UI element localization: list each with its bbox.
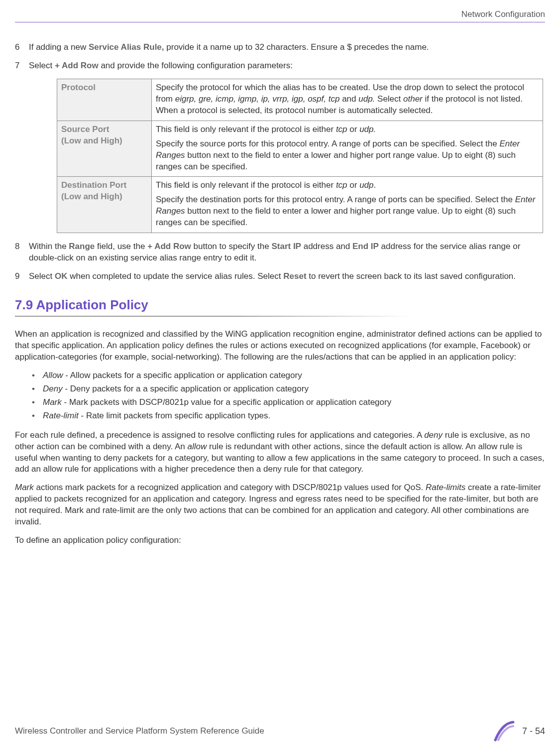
table-row: Source Port (Low and High) This field is… xyxy=(57,121,543,177)
text: field, use the xyxy=(95,242,147,251)
text: Specify the destination ports for this p… xyxy=(156,195,515,204)
text: Select xyxy=(375,94,403,104)
step-number: 7 xyxy=(15,60,29,72)
italic: udp. xyxy=(359,125,376,134)
paragraph: For each rule defined, a precedence is a… xyxy=(15,430,545,476)
param-desc: Specify the protocol for which the alias… xyxy=(152,79,543,121)
header-section-name: Network Configuration xyxy=(461,9,545,20)
text: If adding a new xyxy=(29,42,89,52)
header-divider xyxy=(15,22,545,22)
list-item: Deny - Deny packets for a a specific app… xyxy=(32,383,545,395)
text: when completed to update the service ali… xyxy=(67,271,283,281)
footer-guide-title: Wireless Controller and Service Platform… xyxy=(15,726,264,737)
text: button to specify the xyxy=(191,242,272,251)
table-row: Destination Port (Low and High) This fie… xyxy=(57,177,543,233)
text: - Mark packets with DSCP/8021p value for… xyxy=(62,397,391,407)
text: - Allow packets for a specific applicati… xyxy=(63,371,302,380)
step-number: 9 xyxy=(15,271,29,282)
text: and xyxy=(339,94,358,104)
italic: udp. xyxy=(358,94,375,104)
section-underline xyxy=(15,316,413,317)
text: - Rate limit packets from specific appli… xyxy=(79,411,270,420)
page-content: 6 If adding a new Service Alias Rule, pr… xyxy=(15,42,545,546)
param-desc: This field is only relevant if the proto… xyxy=(152,121,543,177)
desc-para: Specify the source ports for this protoc… xyxy=(156,138,539,173)
step-text: Select + Add Row and provide the followi… xyxy=(29,60,545,72)
footer-right: 7 - 54 xyxy=(493,720,545,742)
text: or xyxy=(347,180,360,190)
parameter-table: Protocol Specify the protocol for which … xyxy=(57,79,543,233)
param-desc: This field is only relevant if the proto… xyxy=(152,177,543,233)
bullet-list: Allow - Allow packets for a specific app… xyxy=(32,370,545,422)
step-text: Within the Range field, use the + Add Ro… xyxy=(29,241,545,264)
bold-term: Start IP xyxy=(271,242,301,251)
desc-para: Specify the destination ports for this p… xyxy=(156,194,539,229)
list-item: Mark - Mark packets with DSCP/8021p valu… xyxy=(32,397,545,408)
brand-swoosh-icon xyxy=(493,720,515,742)
page-footer: Wireless Controller and Service Platform… xyxy=(15,720,545,742)
italic: Allow xyxy=(43,371,63,380)
param-label: Source Port (Low and High) xyxy=(57,121,152,177)
text: - Deny packets for a a specific applicat… xyxy=(63,384,309,393)
text: and provide the following configuration … xyxy=(99,61,293,70)
label-line-1: Destination Port xyxy=(61,180,147,191)
page-number: 7 - 54 xyxy=(522,725,545,737)
text: actions mark packets for a recognized ap… xyxy=(34,483,426,492)
desc-para: This field is only relevant if the proto… xyxy=(156,124,539,135)
italic: allow xyxy=(188,442,207,451)
param-label: Protocol xyxy=(57,79,152,121)
label-line-2: (Low and High) xyxy=(61,135,147,147)
italic: eigrp, gre, icmp, igmp, ip, vrrp, igp, o… xyxy=(175,94,340,104)
list-item: Allow - Allow packets for a specific app… xyxy=(32,370,545,381)
italic: tcp xyxy=(336,180,347,190)
bold-term: OK xyxy=(55,271,68,281)
list-item: Rate-limit - Rate limit packets from spe… xyxy=(32,410,545,422)
italic: Rate-limits xyxy=(426,483,465,492)
label-line-2: (Low and High) xyxy=(61,191,147,203)
paragraph: To define an application policy configur… xyxy=(15,535,545,546)
text: . xyxy=(374,180,376,190)
text: This field is only relevant if the proto… xyxy=(156,180,336,190)
text: For each rule defined, a precedence is a… xyxy=(15,430,424,440)
bold-term: Range xyxy=(69,242,95,251)
text: button next to the field to enter a lowe… xyxy=(156,150,516,171)
text: to revert the screen back to its last sa… xyxy=(307,271,516,281)
step-text: If adding a new Service Alias Rule, prov… xyxy=(29,42,545,53)
desc-para: This field is only relevant if the proto… xyxy=(156,180,539,191)
italic: deny xyxy=(424,430,443,440)
paragraph: Mark actions mark packets for a recogniz… xyxy=(15,482,545,528)
bold-term: End IP xyxy=(352,242,379,251)
italic: Deny xyxy=(43,384,63,393)
bold-term: + Add Row xyxy=(55,61,99,70)
italic: other xyxy=(403,94,423,104)
paragraph: When an application is recognized and cl… xyxy=(15,329,545,363)
bold-term: Reset xyxy=(283,271,306,281)
step-number: 8 xyxy=(15,241,29,264)
text: address and xyxy=(301,242,352,251)
italic: Rate-limit xyxy=(43,411,79,420)
italic: tcp xyxy=(336,125,347,134)
italic: Mark xyxy=(43,397,62,407)
text: or xyxy=(347,125,360,134)
text: Within the xyxy=(29,242,69,251)
step-number: 6 xyxy=(15,42,29,53)
step-7: 7 Select + Add Row and provide the follo… xyxy=(15,60,545,72)
label-line-1: Source Port xyxy=(61,124,147,135)
text: provide it a name up to 32 characters. E… xyxy=(164,42,429,52)
step-8: 8 Within the Range field, use the + Add … xyxy=(15,241,545,264)
text: Specify the source ports for this protoc… xyxy=(156,139,499,148)
text: button next to the field to enter a lowe… xyxy=(156,206,516,227)
italic: udp xyxy=(359,180,373,190)
table-row: Protocol Specify the protocol for which … xyxy=(57,79,543,121)
section-heading: 7.9 Application Policy xyxy=(15,296,545,314)
step-9: 9 Select OK when completed to update the… xyxy=(15,271,545,282)
bold-term: Service Alias Rule, xyxy=(89,42,164,52)
step-text: Select OK when completed to update the s… xyxy=(29,271,545,282)
bold-term: + Add Row xyxy=(147,242,191,251)
italic: Mark xyxy=(15,483,34,492)
text: Select xyxy=(29,271,55,281)
text: This field is only relevant if the proto… xyxy=(156,125,336,134)
text: Select xyxy=(29,61,55,70)
param-label: Destination Port (Low and High) xyxy=(57,177,152,233)
step-6: 6 If adding a new Service Alias Rule, pr… xyxy=(15,42,545,53)
